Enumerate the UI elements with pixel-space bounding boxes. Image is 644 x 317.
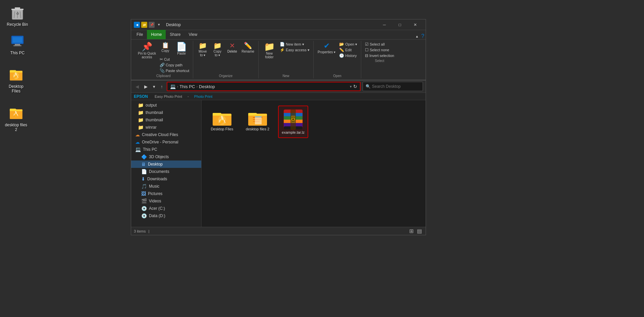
- address-refresh-btn[interactable]: ↻: [353, 84, 357, 89]
- file-area: 🍌 Desktop FIles: [202, 100, 426, 227]
- sidebar-item-winrar[interactable]: 📁 winrar: [131, 124, 201, 131]
- pin-quick-access-button[interactable]: 📌 Pin to Quickaccess: [137, 42, 157, 60]
- open-buttons: ✔ Properties ▾ 📂 Open ▾ ✏️ Edit 🕒 Histor…: [316, 42, 358, 73]
- tab-view[interactable]: View: [184, 30, 201, 39]
- sidebar-item-3d-objects[interactable]: 🔷 3D Objects: [131, 153, 201, 161]
- file-item-desktop-files[interactable]: 🍌 Desktop FIles: [207, 106, 237, 134]
- address-path: 💻 › This PC › Desktop: [170, 84, 349, 89]
- address-box[interactable]: 💻 › This PC › Desktop ▾ ↻: [167, 82, 361, 91]
- epson-brand: EPSON: [134, 94, 148, 99]
- cut-button[interactable]: ✂ Cut: [159, 57, 190, 62]
- tab-file[interactable]: File: [132, 30, 147, 39]
- ribbon-tabs: File Home Share View ▲ ?: [131, 30, 426, 40]
- desktop-files-icon[interactable]: 🍌 Desktop FIles: [3, 65, 30, 95]
- epson-item-1[interactable]: Easy Photo Print: [155, 94, 182, 99]
- copy-paste-group: 📋 Copy 📄 Paste ✂ Cut: [159, 42, 190, 73]
- maximize-button[interactable]: □: [392, 19, 408, 30]
- sidebar-item-output[interactable]: 📁 output: [131, 102, 201, 109]
- paste-label: Paste: [177, 52, 186, 55]
- sidebar-item-this-pc[interactable]: 💻 This PC: [131, 146, 201, 153]
- qat-dropdown-btn[interactable]: ▾: [156, 22, 162, 28]
- sidebar-item-onedrive[interactable]: ☁ OneDrive - Personal: [131, 138, 201, 146]
- invert-label: Invert selection: [369, 54, 394, 58]
- ribbon-collapse-btn[interactable]: ▲: [414, 34, 420, 39]
- sidebar-item-pictures-label: Pictures: [148, 191, 162, 196]
- open-label: Open ▾: [345, 42, 357, 47]
- qat-back-btn[interactable]: ◀: [134, 22, 140, 28]
- move-to-button[interactable]: 📁 Moveto ▾: [196, 42, 209, 58]
- history-btn[interactable]: 🕒 History: [338, 53, 358, 58]
- address-dropdown-btn[interactable]: ▾: [350, 84, 352, 89]
- sidebar-item-music[interactable]: 🎵 Music: [131, 183, 201, 190]
- select-all-button[interactable]: ☑ Select all: [364, 42, 395, 47]
- search-icon: 🔍: [366, 84, 371, 89]
- help-button[interactable]: ?: [421, 33, 424, 39]
- sidebar-item-pictures[interactable]: 🖼 Pictures: [131, 190, 201, 197]
- sidebar-item-music-label: Music: [149, 184, 159, 189]
- rename-button[interactable]: ✏️ Rename: [240, 42, 256, 54]
- desktop-files-2-icon[interactable]: 🍌 desktop files 2: [3, 104, 30, 134]
- sidebar-item-desktop[interactable]: 🖥 Desktop: [131, 161, 201, 168]
- path-arrow-2: ›: [196, 84, 198, 88]
- recycle-bin-icon[interactable]: ♻ Recycle Bin: [4, 3, 31, 28]
- paste-shortcut-label: Paste shortcut: [166, 69, 189, 73]
- sidebar-item-thumbnail2[interactable]: 📁 thumbnail: [131, 116, 201, 124]
- search-input[interactable]: [372, 84, 420, 89]
- recent-button[interactable]: ▾: [151, 83, 157, 90]
- paste-shortcut-icon: 📎: [160, 68, 165, 73]
- up-button[interactable]: ↑: [159, 83, 165, 90]
- sidebar-item-creative-cloud[interactable]: ☁ Creative Cloud Files: [131, 131, 201, 138]
- edit-btn[interactable]: ✏️ Edit: [338, 47, 358, 53]
- example-tar-file-label: example.tar.lz: [282, 130, 305, 135]
- ribbon-group-clipboard: 📌 Pin to Quickaccess 📋 Copy 📄 Paste: [134, 41, 193, 78]
- copy-button[interactable]: 📋 Copy: [159, 42, 172, 56]
- forward-button[interactable]: ▶: [143, 83, 149, 90]
- acer-c-icon: 💿: [141, 206, 147, 211]
- select-none-button[interactable]: ☐ Select none: [364, 47, 395, 53]
- delete-button[interactable]: ✕ Delete: [225, 42, 239, 54]
- svg-point-38: [292, 118, 294, 120]
- tab-home[interactable]: Home: [147, 30, 166, 39]
- tiles-view-button[interactable]: ▤: [416, 227, 423, 235]
- paste-shortcut-button[interactable]: 📎 Paste shortcut: [159, 68, 190, 73]
- details-view-button[interactable]: ⊞: [408, 227, 415, 235]
- minimize-button[interactable]: ─: [377, 19, 392, 30]
- svg-rect-8: [13, 37, 22, 43]
- status-separator: |: [148, 229, 149, 233]
- sidebar-item-data-d[interactable]: 💿 Data (D:): [131, 212, 201, 219]
- select-all-label: Select all: [370, 42, 385, 46]
- close-button[interactable]: ✕: [408, 19, 423, 30]
- sidebar-item-thumbnail2-label: thumbnail: [146, 118, 163, 122]
- sidebar-item-onedrive-label: OneDrive - Personal: [142, 140, 178, 144]
- invert-icon: ⊟: [365, 53, 368, 58]
- history-label: History: [345, 54, 357, 58]
- organize-label: Organize: [219, 74, 233, 78]
- easy-access-label: Easy access ▾: [286, 48, 310, 52]
- select-none-icon: ☐: [365, 48, 369, 52]
- search-box[interactable]: 🔍: [363, 82, 423, 91]
- file-item-example-tar[interactable]: example.tar.lz: [278, 106, 308, 138]
- tab-share[interactable]: Share: [166, 30, 184, 39]
- cut-label: Cut: [164, 57, 170, 61]
- sidebar-item-downloads[interactable]: ⬇ Downloads: [131, 175, 201, 183]
- sidebar-item-thumbnail1[interactable]: 📁 thumbnail: [131, 109, 201, 116]
- file-item-desktop-files-2[interactable]: desktop files 2: [243, 106, 273, 134]
- new-item-button[interactable]: 📄 New item ▾: [279, 42, 311, 47]
- qat-pin-btn[interactable]: 📌: [149, 22, 155, 28]
- this-pc-icon[interactable]: This PC: [4, 32, 31, 57]
- invert-selection-button[interactable]: ⊟ Invert selection: [364, 53, 395, 58]
- sidebar-item-videos[interactable]: 🎬 Videos: [131, 197, 201, 205]
- back-button[interactable]: ◀: [134, 83, 141, 90]
- paste-button[interactable]: 📄 Paste: [173, 42, 190, 56]
- new-folder-button[interactable]: 📁 Newfolder: [261, 42, 277, 60]
- copy-to-button[interactable]: 📁 Copyto ▾: [211, 42, 224, 58]
- copy-path-button[interactable]: 🔗 Copy path: [159, 62, 190, 68]
- ribbon-content: 📌 Pin to Quickaccess 📋 Copy 📄 Paste: [131, 40, 426, 80]
- qat-folder-btn[interactable]: 📁: [141, 22, 147, 28]
- properties-button[interactable]: ✔ Properties ▾: [316, 42, 337, 55]
- epson-item-2[interactable]: Photo Print: [194, 94, 212, 99]
- easy-access-button[interactable]: ⚡ Easy access ▾: [279, 47, 311, 53]
- sidebar-item-documents[interactable]: 📄 Documents: [131, 168, 201, 175]
- open-btn[interactable]: 📂 Open ▾: [338, 42, 358, 47]
- sidebar-item-acer-c[interactable]: 💿 Acer (C:): [131, 205, 201, 212]
